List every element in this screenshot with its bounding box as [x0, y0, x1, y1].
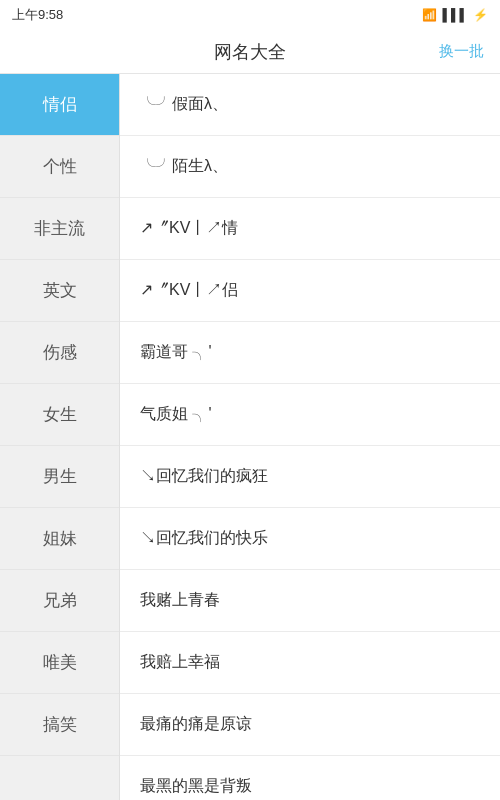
header-title: 网名大全 [214, 40, 286, 64]
sidebar-item-gaoxiao[interactable]: 搞笑 [0, 694, 119, 756]
list-item[interactable]: ↗〞KV丨↗侣 [120, 260, 500, 322]
sidebar-item-qinglv[interactable]: 情侣 [0, 74, 119, 136]
sidebar-item-feizhu[interactable]: 非主流 [0, 198, 119, 260]
list-item[interactable]: ↘回忆我们的疯狂 [120, 446, 500, 508]
sidebar-item-weimei[interactable]: 唯美 [0, 632, 119, 694]
list-item[interactable]: ╰╯假面λ、 [120, 74, 500, 136]
list-item[interactable]: 霸道哥 ╮' [120, 322, 500, 384]
sidebar-item-nansheng[interactable]: 男生 [0, 446, 119, 508]
status-time: 上午9:58 [12, 6, 63, 24]
sidebar-item-shangan[interactable]: 伤感 [0, 322, 119, 384]
list-item[interactable]: 最黑的黑是背叛 [120, 756, 500, 800]
list-item[interactable]: 我赌上青春 [120, 570, 500, 632]
category-sidebar: 情侣个性非主流英文伤感女生男生姐妹兄弟唯美搞笑 [0, 74, 120, 800]
sidebar-item-jiemei[interactable]: 姐妹 [0, 508, 119, 570]
wifi-icon: 📶 [422, 8, 437, 22]
main-layout: 情侣个性非主流英文伤感女生男生姐妹兄弟唯美搞笑 ╰╯假面λ、╰╯陌生λ、↗〞KV… [0, 74, 500, 800]
list-item[interactable]: 气质姐 ╮' [120, 384, 500, 446]
refresh-button[interactable]: 换一批 [439, 42, 484, 61]
header: 网名大全 换一批 [0, 30, 500, 74]
status-bar: 上午9:58 📶 ▌▌▌ ⚡ [0, 0, 500, 30]
list-item[interactable]: 我赔上幸福 [120, 632, 500, 694]
list-item[interactable]: 最痛的痛是原谅 [120, 694, 500, 756]
status-icons: 📶 ▌▌▌ ⚡ [422, 8, 488, 22]
sidebar-item-gexing[interactable]: 个性 [0, 136, 119, 198]
names-list: ╰╯假面λ、╰╯陌生λ、↗〞KV丨↗情↗〞KV丨↗侣霸道哥 ╮' 气质姐 ╮' … [120, 74, 500, 800]
signal-icon: ▌▌▌ [442, 8, 468, 22]
list-item[interactable]: ↗〞KV丨↗情 [120, 198, 500, 260]
list-item[interactable]: ↘回忆我们的快乐 [120, 508, 500, 570]
sidebar-item-xiongdi[interactable]: 兄弟 [0, 570, 119, 632]
battery-icon: ⚡ [473, 8, 488, 22]
list-item[interactable]: ╰╯陌生λ、 [120, 136, 500, 198]
sidebar-item-yingwen[interactable]: 英文 [0, 260, 119, 322]
sidebar-item-nvsheng[interactable]: 女生 [0, 384, 119, 446]
